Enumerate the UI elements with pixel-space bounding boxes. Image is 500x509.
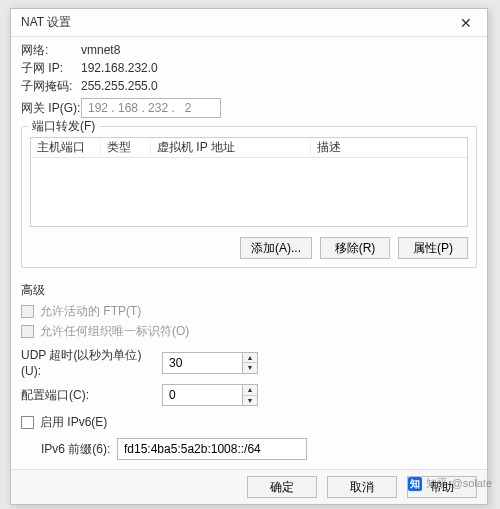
th-host-port[interactable]: 主机端口 [31,138,101,157]
th-type[interactable]: 类型 [101,138,151,157]
udp-timeout-control: ▲ ▼ [162,352,258,374]
subnet-ip-value: 192.168.232.0 [81,61,158,75]
nat-settings-dialog: NAT 设置 ✕ 网络: vmnet8 子网 IP: 192.168.232.0… [10,8,488,505]
ipv6-prefix-input[interactable] [117,438,307,460]
enable-ipv6-checkbox[interactable] [21,416,34,429]
subnet-mask-row: 子网掩码: 255.255.255.0 [21,77,477,95]
config-port-input[interactable] [162,384,242,406]
port-forward-table[interactable]: 主机端口 类型 虚拟机 IP 地址 描述 [30,137,468,227]
th-desc[interactable]: 描述 [311,138,467,157]
remove-button[interactable]: 移除(R) [320,237,390,259]
allow-any-oui-checkbox[interactable] [21,325,34,338]
allow-active-ftp-checkbox[interactable] [21,305,34,318]
table-header: 主机端口 类型 虚拟机 IP 地址 描述 [31,138,467,158]
subnet-ip-row: 子网 IP: 192.168.232.0 [21,59,477,77]
udp-timeout-input[interactable] [162,352,242,374]
titlebar: NAT 设置 ✕ [11,9,487,37]
allow-active-ftp-row: 允许活动的 FTP(T) [21,301,477,321]
port-forward-group: 端口转发(F) 主机端口 类型 虚拟机 IP 地址 描述 添加(A)... 移除… [21,126,477,268]
gateway-input[interactable] [81,98,221,118]
enable-ipv6-row: 启用 IPv6(E) [21,412,477,432]
subnet-mask-label: 子网掩码: [21,78,81,95]
port-forward-buttons: 添加(A)... 移除(R) 属性(P) [30,237,468,259]
dialog-body: 网络: vmnet8 子网 IP: 192.168.232.0 子网掩码: 25… [11,37,487,469]
subnet-mask-value: 255.255.255.0 [81,79,158,93]
udp-timeout-row: UDP 超时(以秒为单位)(U): ▲ ▼ [21,347,477,378]
allow-any-oui-label: 允许任何组织唯一标识符(O) [40,323,189,340]
port-forward-group-label: 端口转发(F) [28,118,99,135]
config-port-spinner[interactable]: ▲ ▼ [242,384,258,406]
chevron-up-icon[interactable]: ▲ [243,353,257,364]
ok-button[interactable]: 确定 [247,476,317,498]
advanced-label: 高级 [21,282,477,299]
chevron-up-icon[interactable]: ▲ [243,385,257,396]
config-port-control: ▲ ▼ [162,384,258,406]
dialog-footer: 确定 取消 帮助 [11,469,487,504]
allow-active-ftp-label: 允许活动的 FTP(T) [40,303,141,320]
network-value: vmnet8 [81,43,120,57]
network-row: 网络: vmnet8 [21,41,477,59]
help-button[interactable]: 帮助 [407,476,477,498]
udp-timeout-spinner[interactable]: ▲ ▼ [242,352,258,374]
config-port-label: 配置端口(C): [21,387,156,404]
chevron-down-icon[interactable]: ▼ [243,363,257,373]
dialog-title: NAT 设置 [21,14,451,31]
close-icon: ✕ [460,16,472,30]
properties-button[interactable]: 属性(P) [398,237,468,259]
network-label: 网络: [21,42,81,59]
chevron-down-icon[interactable]: ▼ [243,396,257,406]
add-button[interactable]: 添加(A)... [240,237,312,259]
enable-ipv6-label: 启用 IPv6(E) [40,414,107,431]
subnet-ip-label: 子网 IP: [21,60,81,77]
ipv6-prefix-row: IPv6 前缀(6): [41,438,477,460]
udp-timeout-label: UDP 超时(以秒为单位)(U): [21,347,156,378]
close-button[interactable]: ✕ [451,12,481,34]
gateway-row: 网关 IP(G): [21,98,477,118]
allow-any-oui-row: 允许任何组织唯一标识符(O) [21,321,477,341]
ipv6-prefix-label: IPv6 前缀(6): [41,441,111,458]
advanced-section: 高级 允许活动的 FTP(T) 允许任何组织唯一标识符(O) UDP 超时(以秒… [21,282,477,469]
config-port-row: 配置端口(C): ▲ ▼ [21,384,477,406]
th-vm-ip[interactable]: 虚拟机 IP 地址 [151,138,311,157]
cancel-button[interactable]: 取消 [327,476,397,498]
gateway-label: 网关 IP(G): [21,100,81,117]
